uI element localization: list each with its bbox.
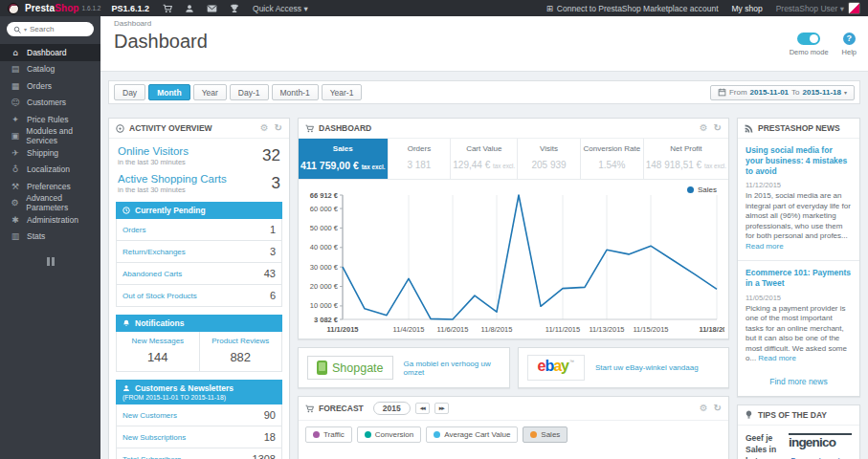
news-item-body: In 2015, social media are an integral pa… — [746, 191, 852, 251]
calendar-icon — [718, 88, 726, 97]
product-reviews-cell[interactable]: Product Reviews882 — [199, 332, 282, 371]
find-more-news-link[interactable]: Find more news — [738, 373, 859, 396]
panel-refresh-icon[interactable]: ↻ — [275, 123, 282, 133]
sidebar-item-price-rules[interactable]: ✦Price Rules — [0, 111, 100, 128]
modules-row: Shopgate Ga mobiel en verhoog uw omzet e… — [298, 347, 729, 388]
shipping-icon: ✈ — [11, 148, 20, 158]
price-rules-icon: ✦ — [11, 115, 20, 124]
date-range-picker[interactable]: From2015-11-01 To2015-11-18 ▾ — [710, 85, 855, 100]
legend-sales-button[interactable]: Sales — [523, 426, 568, 443]
brand-wordmark: PrestaShop — [25, 3, 79, 13]
new-messages-cell[interactable]: New Messages144 — [117, 332, 199, 371]
kpi-orders[interactable]: Orders3 181 — [389, 139, 452, 179]
legend-traffic-button[interactable]: Traffic — [305, 426, 352, 443]
prestashop-news-panel: PRESTASHOP NEWS Using social media for y… — [737, 118, 860, 397]
search-icon[interactable] — [13, 26, 21, 33]
range-year-1-button[interactable]: Year-1 — [322, 84, 363, 100]
legend-avg-cart-button[interactable]: Average Cart Value — [426, 426, 518, 443]
legend-conversion-button[interactable]: Conversion — [357, 426, 421, 443]
svg-text:11/8/2015: 11/8/2015 — [481, 325, 513, 334]
sidebar-item-localization[interactable]: ♁Localization — [0, 162, 100, 179]
pending-returns-row[interactable]: Return/Exchanges3 — [117, 241, 281, 263]
sidebar-item-shipping[interactable]: ✈Shipping — [0, 144, 100, 162]
marketplace-link[interactable]: ⊞Connect to PrestaShop Marketplace accou… — [546, 4, 719, 13]
search-scope-caret[interactable]: ▾ — [24, 26, 27, 33]
panel-settings-icon[interactable]: ⚙ — [700, 404, 708, 413]
legend-dot-sales — [687, 186, 694, 193]
total-subscribers-row[interactable]: Total Subscribers1308 — [117, 448, 281, 459]
sidebar-item-dashboard[interactable]: ⌂Dashboard — [0, 44, 100, 61]
kpi-cart-value[interactable]: Cart Value129,44 € tax excl. — [451, 139, 518, 179]
prestashop-logo — [8, 3, 19, 14]
range-month-1-button[interactable]: Month-1 — [272, 84, 319, 100]
kpi-visits[interactable]: Visits205 939 — [518, 139, 581, 179]
sidebar-item-preferences[interactable]: ⚒Preferences — [0, 178, 100, 195]
my-shop-link[interactable]: My shop — [732, 4, 763, 13]
bell-icon — [122, 319, 130, 327]
sidebar-item-administration[interactable]: ✱Administration — [0, 211, 100, 229]
active-carts-link[interactable]: Active Shopping Carts — [118, 173, 227, 185]
sidebar-item-stats[interactable]: ▥Stats — [0, 229, 100, 246]
active-carts-value: 3 — [272, 173, 280, 194]
customers-icon[interactable] — [185, 4, 194, 13]
online-visitors-link[interactable]: Online Visitors — [118, 145, 189, 157]
panel-settings-icon[interactable]: ⚙ — [700, 123, 708, 133]
ebay-logo[interactable]: ebay™ — [527, 355, 586, 381]
administration-icon: ✱ — [11, 215, 20, 225]
out-of-stock-row[interactable]: Out of Stock Products6 — [117, 285, 281, 306]
topbar-right: ⊞Connect to PrestaShop Marketplace accou… — [546, 2, 860, 14]
svg-text:11/4/2015: 11/4/2015 — [393, 325, 425, 334]
quick-access-menu[interactable]: Quick Access ▾ — [253, 4, 308, 13]
next-year-button[interactable]: ▸▸ — [434, 403, 449, 414]
online-visitors-value: 32 — [262, 145, 280, 166]
svg-text:3 082 €: 3 082 € — [314, 316, 339, 324]
conversion-dot — [365, 431, 371, 438]
read-more-link[interactable]: Read more — [746, 242, 784, 251]
forecast-year[interactable]: 2015 — [373, 402, 411, 415]
sidebar-item-advanced-parameters[interactable]: ⚙Advanced Parameters — [0, 195, 100, 212]
svg-text:11/13/2015: 11/13/2015 — [590, 325, 625, 334]
sidebar-collapse-toggle[interactable] — [45, 257, 56, 266]
forecast-chart-area — [299, 450, 728, 459]
top-bar: PrestaShop 1.6.1.2 PS1.6.1.2 Quick Acces… — [0, 0, 868, 16]
panel-refresh-icon[interactable]: ↻ — [714, 123, 722, 133]
help-icon[interactable]: ? — [843, 33, 856, 45]
svg-text:40 000 €: 40 000 € — [310, 243, 339, 251]
range-month-button[interactable]: Month — [148, 84, 190, 100]
chart-legend[interactable]: Sales — [687, 186, 717, 194]
news-item-title[interactable]: Ecommerce 101: Payments in a Tweet — [746, 268, 852, 289]
ingenico-logo[interactable]: ingenico Payment services — [789, 433, 852, 459]
range-day-1-button[interactable]: Day-1 — [230, 84, 269, 100]
search-input[interactable] — [30, 25, 87, 33]
range-year-button[interactable]: Year — [193, 84, 227, 100]
range-day-button[interactable]: Day — [114, 84, 145, 100]
news-item-body: Picking a payment provider is one of the… — [746, 304, 852, 364]
shopgate-link[interactable]: Ga mobiel en verhoog uw omzet — [404, 360, 501, 377]
panel-settings-icon[interactable]: ⚙ — [260, 123, 269, 133]
sidebar-item-orders[interactable]: ▦Orders — [0, 77, 100, 95]
news-item-title[interactable]: Using social media for your business: 4 … — [746, 145, 852, 177]
sidebar-item-customers[interactable]: ☺Customers — [0, 95, 100, 112]
user-avatar — [848, 2, 860, 14]
shopgate-logo[interactable]: Shopgate — [307, 356, 393, 380]
trophy-icon[interactable] — [230, 4, 239, 13]
cart-icon[interactable] — [163, 4, 172, 13]
forecast-panel-header: FORECAST 2015 ◂◂ ▸▸ ⚙↻ — [299, 397, 728, 421]
ebay-link[interactable]: Start uw eBay-winkel vandaag — [595, 363, 699, 372]
panel-refresh-icon[interactable]: ↻ — [714, 404, 722, 413]
kpi-sales[interactable]: Sales411 759,00 € tax excl. — [299, 139, 389, 179]
rss-icon — [745, 124, 753, 133]
kpi-conversion-rate[interactable]: Conversion Rate1.54% — [581, 139, 644, 179]
sidebar-item-modules[interactable]: ▣Modules and Services — [0, 128, 100, 145]
messages-icon[interactable] — [207, 4, 217, 13]
pending-orders-row[interactable]: Orders1 — [117, 219, 281, 241]
previous-year-button[interactable]: ◂◂ — [415, 403, 430, 414]
demo-mode-toggle[interactable] — [797, 33, 820, 45]
new-subscriptions-row[interactable]: New Subscriptions18 — [117, 426, 281, 448]
abandoned-carts-row[interactable]: Abandoned Carts43 — [117, 263, 281, 285]
new-customers-row[interactable]: New Customers90 — [117, 404, 281, 426]
kpi-net-profit[interactable]: Net Profit148 918,51 € tax excl. — [644, 139, 728, 179]
sidebar-item-catalog[interactable]: ▤Catalog — [0, 61, 100, 78]
user-menu[interactable]: PrestaShop User ▾ — [776, 2, 860, 14]
read-more-link[interactable]: Read more — [758, 354, 796, 362]
